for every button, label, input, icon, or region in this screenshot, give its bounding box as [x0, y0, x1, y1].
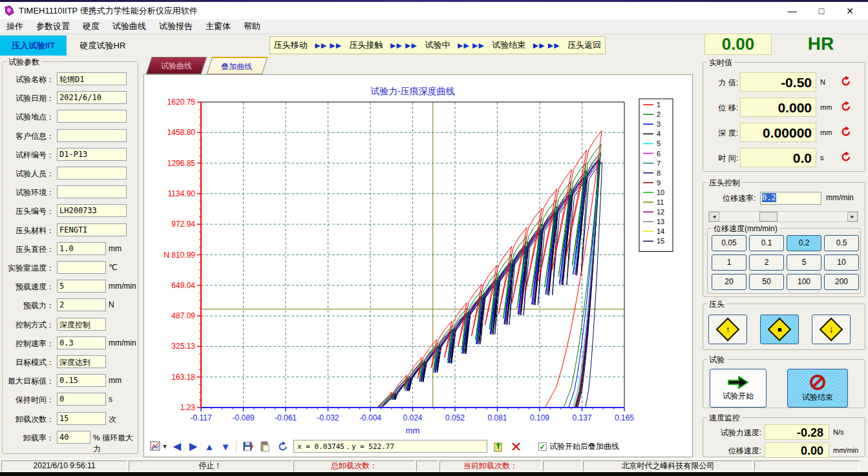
param-input[interactable]: LH200733	[57, 204, 127, 217]
slider-thumb[interactable]	[759, 212, 778, 222]
param-input[interactable]: 40	[57, 431, 90, 444]
menu-item-6[interactable]: 帮助	[237, 19, 267, 34]
tab-overlay-curve[interactable]: 叠加曲线	[207, 57, 268, 74]
chart-style-caret[interactable]: ▾	[163, 442, 167, 451]
param-input[interactable]: 5	[57, 280, 106, 293]
speed-option-200[interactable]: 200	[824, 274, 859, 290]
rate-unit: mm/min	[826, 193, 854, 202]
start-arrow-icon	[727, 375, 749, 389]
speed-monitor-title: 速度监控	[707, 413, 742, 424]
speed-option-0.05[interactable]: 0.05	[712, 235, 746, 251]
refresh-icon[interactable]	[840, 101, 852, 112]
param-input[interactable]	[57, 185, 127, 198]
overlay-checkbox[interactable]: ✓	[538, 442, 547, 451]
tab-test-curve[interactable]: 试验曲线	[146, 57, 207, 74]
status-segment-1: 停止！	[129, 460, 292, 471]
flow-step-0: 压头移动	[274, 39, 308, 51]
param-label: 控制方式：	[3, 320, 54, 331]
menu-item-5[interactable]: 主窗体	[199, 19, 237, 34]
chart-style-icon[interactable]	[149, 440, 162, 453]
refresh-chart-icon[interactable]	[276, 440, 289, 453]
pan-left-button[interactable]: ◀	[171, 440, 183, 452]
rate-input[interactable]: 0.2	[760, 192, 821, 205]
test-parameters-panel: 试验参数 试验名称：轮辋D1试验日期：2021/6/10试验地点：客户信息：试样…	[2, 61, 138, 454]
menu-item-2[interactable]: 硬度	[76, 19, 106, 34]
param-input[interactable]: 轮辋D1	[57, 72, 127, 85]
export-curve-icon[interactable]	[492, 440, 505, 453]
svg-text:3: 3	[657, 120, 661, 128]
pan-right-button[interactable]: ▶	[187, 440, 199, 452]
rate-slider[interactable]: ◄ ►	[708, 211, 858, 222]
flow-arrow-icon: ▶▶ ▶▶	[315, 41, 342, 50]
param-input[interactable]: D1-P13	[57, 148, 127, 161]
test-stop-button[interactable]: 试验结束	[787, 369, 848, 408]
indenter-up-button[interactable]: ↑	[708, 315, 747, 344]
svg-text:-0.004: -0.004	[359, 413, 381, 422]
speed-option-5[interactable]: 5	[787, 254, 821, 271]
speed-option-0.5[interactable]: 0.5	[824, 235, 859, 251]
menu-item-3[interactable]: 试验曲线	[106, 19, 153, 34]
pan-up-button[interactable]: ▲	[204, 441, 215, 452]
param-input[interactable]: 15	[57, 412, 106, 425]
speed-option-100[interactable]: 100	[787, 274, 821, 290]
realtime-row-2: 深 度:0.00000mm	[703, 122, 866, 143]
refresh-icon[interactable]	[840, 151, 852, 163]
speed-option-50[interactable]: 50	[749, 274, 784, 290]
param-unit: mm/min	[109, 338, 136, 347]
svg-text:6: 6	[657, 150, 661, 158]
tab-hardness-test[interactable]: 硬度试验HR	[67, 36, 139, 56]
monitor-unit: mm/min	[833, 446, 858, 454]
param-input[interactable]: 1.0	[57, 242, 106, 255]
param-input[interactable]: 2021/6/10	[57, 91, 127, 104]
overlay-after-start-option[interactable]: ✓ 试验开始后叠加曲线	[538, 441, 619, 452]
param-input[interactable]: 0	[57, 393, 106, 406]
menu-item-1[interactable]: 参数设置	[30, 19, 76, 34]
minimize-button[interactable]: —	[788, 6, 797, 16]
param-input[interactable]	[57, 261, 106, 274]
param-input[interactable]: 深度达到	[57, 355, 106, 368]
refresh-icon[interactable]	[840, 126, 852, 138]
svg-text:试验力-压痕深度曲线: 试验力-压痕深度曲线	[370, 86, 455, 96]
speed-option-1[interactable]: 1	[712, 254, 746, 271]
slider-right-arrow[interactable]: ►	[847, 212, 858, 222]
speed-option-10[interactable]: 10	[824, 254, 859, 271]
param-input[interactable]	[57, 110, 127, 123]
cursor-coordinate-field[interactable]	[293, 440, 487, 453]
menu-item-4[interactable]: 试验报告	[153, 19, 199, 34]
flow-step-4: 压头返回	[567, 39, 601, 51]
param-input[interactable]	[57, 167, 127, 180]
speed-option-20[interactable]: 20	[712, 274, 746, 290]
speed-option-2[interactable]: 2	[749, 254, 784, 271]
monitor-value: 0.00	[765, 442, 829, 458]
param-input[interactable]: 2	[57, 298, 106, 311]
realtime-label: 力 值:	[707, 78, 738, 88]
test-start-button[interactable]: 试验开始	[710, 369, 767, 408]
speed-option-0.2[interactable]: 0.2	[787, 235, 821, 251]
param-row-5: 试验人员：	[3, 167, 139, 180]
save-curve-icon[interactable]	[241, 440, 254, 453]
param-input[interactable]	[57, 129, 127, 142]
refresh-icon[interactable]	[840, 76, 852, 87]
tab-indentation-test[interactable]: 压入试验IIT	[0, 36, 67, 56]
param-input[interactable]: 深度控制	[57, 318, 106, 331]
param-row-3: 客户信息：	[3, 129, 139, 142]
param-input[interactable]: FENGTI	[57, 223, 127, 236]
svg-text:2: 2	[657, 110, 661, 118]
slider-left-arrow[interactable]: ◄	[709, 212, 719, 222]
pan-down-button[interactable]: ▼	[220, 441, 231, 452]
param-label: 控制速率：	[3, 338, 54, 349]
param-row-18: 卸载次数：15次	[3, 412, 139, 425]
indenter-stop-button[interactable]: ■	[760, 315, 799, 344]
svg-text:1620.75: 1620.75	[167, 98, 196, 107]
delete-curve-icon[interactable]	[509, 440, 522, 453]
paste-icon[interactable]	[259, 440, 271, 453]
param-row-7: 压头编号：LH200733	[3, 204, 139, 217]
indenter-down-button[interactable]: ↓	[812, 315, 851, 344]
close-button[interactable]: ✕	[846, 6, 854, 16]
maximize-button[interactable]: □	[819, 6, 824, 16]
param-input[interactable]: 0.15	[57, 374, 106, 387]
param-input[interactable]: 0.3	[57, 336, 106, 349]
menu-item-0[interactable]: 操作	[0, 19, 30, 34]
param-label: 实验室温度：	[3, 263, 54, 274]
speed-option-0.1[interactable]: 0.1	[749, 235, 784, 251]
